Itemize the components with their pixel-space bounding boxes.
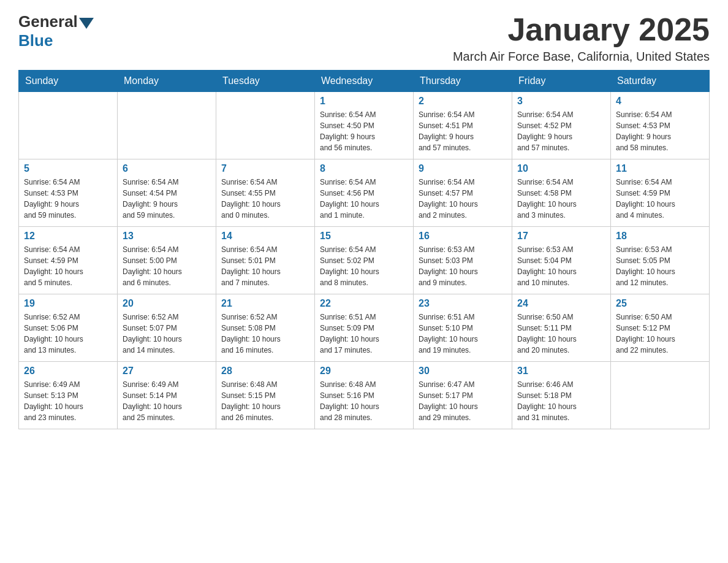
day-info: Sunrise: 6:49 AM Sunset: 5:14 PM Dayligh… [123, 379, 211, 423]
calendar-header-sunday: Sunday [19, 71, 118, 92]
calendar-cell: 24Sunrise: 6:50 AM Sunset: 5:11 PM Dayli… [512, 294, 611, 362]
calendar-header-friday: Friday [512, 71, 611, 92]
day-number: 27 [123, 366, 211, 377]
day-info: Sunrise: 6:54 AM Sunset: 4:51 PM Dayligh… [419, 109, 507, 153]
day-info: Sunrise: 6:49 AM Sunset: 5:13 PM Dayligh… [24, 379, 112, 423]
day-number: 31 [517, 366, 605, 377]
calendar-cell: 27Sunrise: 6:49 AM Sunset: 5:14 PM Dayli… [118, 362, 216, 429]
day-info: Sunrise: 6:54 AM Sunset: 4:59 PM Dayligh… [616, 177, 704, 221]
calendar-cell: 16Sunrise: 6:53 AM Sunset: 5:03 PM Dayli… [414, 227, 512, 294]
day-info: Sunrise: 6:52 AM Sunset: 5:08 PM Dayligh… [221, 312, 309, 356]
calendar-cell [611, 362, 710, 429]
calendar-cell: 1Sunrise: 6:54 AM Sunset: 4:50 PM Daylig… [315, 92, 414, 159]
day-number: 30 [419, 366, 507, 377]
day-info: Sunrise: 6:50 AM Sunset: 5:11 PM Dayligh… [517, 312, 605, 356]
calendar-cell [19, 92, 118, 159]
calendar-cell: 11Sunrise: 6:54 AM Sunset: 4:59 PM Dayli… [611, 159, 710, 227]
calendar-header-saturday: Saturday [611, 71, 710, 92]
day-number: 28 [221, 366, 309, 377]
calendar-cell: 7Sunrise: 6:54 AM Sunset: 4:55 PM Daylig… [216, 159, 315, 227]
calendar-cell: 8Sunrise: 6:54 AM Sunset: 4:56 PM Daylig… [315, 159, 414, 227]
calendar-week-1: 1Sunrise: 6:54 AM Sunset: 4:50 PM Daylig… [19, 92, 710, 159]
month-title: January 2025 [453, 12, 710, 47]
day-number: 2 [419, 96, 507, 107]
day-number: 13 [123, 231, 211, 242]
day-info: Sunrise: 6:54 AM Sunset: 4:57 PM Dayligh… [419, 177, 507, 221]
calendar-week-3: 12Sunrise: 6:54 AM Sunset: 4:59 PM Dayli… [19, 227, 710, 294]
day-number: 26 [24, 366, 112, 377]
calendar-cell: 31Sunrise: 6:46 AM Sunset: 5:18 PM Dayli… [512, 362, 611, 429]
day-info: Sunrise: 6:54 AM Sunset: 5:00 PM Dayligh… [123, 244, 211, 288]
calendar-cell: 14Sunrise: 6:54 AM Sunset: 5:01 PM Dayli… [216, 227, 315, 294]
day-number: 1 [320, 96, 408, 107]
page-header: General Blue January 2025 March Air Forc… [18, 12, 710, 64]
day-number: 15 [320, 231, 408, 242]
day-info: Sunrise: 6:54 AM Sunset: 5:02 PM Dayligh… [320, 244, 408, 288]
calendar-header-row: SundayMondayTuesdayWednesdayThursdayFrid… [19, 71, 710, 92]
day-info: Sunrise: 6:54 AM Sunset: 4:58 PM Dayligh… [517, 177, 605, 221]
calendar-cell: 3Sunrise: 6:54 AM Sunset: 4:52 PM Daylig… [512, 92, 611, 159]
calendar-cell: 26Sunrise: 6:49 AM Sunset: 5:13 PM Dayli… [19, 362, 118, 429]
calendar-header-monday: Monday [118, 71, 216, 92]
calendar-cell: 5Sunrise: 6:54 AM Sunset: 4:53 PM Daylig… [19, 159, 118, 227]
day-number: 14 [221, 231, 309, 242]
day-number: 3 [517, 96, 605, 107]
calendar-cell: 6Sunrise: 6:54 AM Sunset: 4:54 PM Daylig… [118, 159, 216, 227]
calendar-cell: 20Sunrise: 6:52 AM Sunset: 5:07 PM Dayli… [118, 294, 216, 362]
calendar-header-thursday: Thursday [414, 71, 512, 92]
logo-blue-text: Blue [18, 31, 53, 50]
logo-triangle-icon [79, 18, 94, 29]
location-text: March Air Force Base, California, United… [453, 50, 710, 64]
day-number: 11 [616, 163, 704, 174]
day-info: Sunrise: 6:48 AM Sunset: 5:15 PM Dayligh… [221, 379, 309, 423]
calendar-cell: 10Sunrise: 6:54 AM Sunset: 4:58 PM Dayli… [512, 159, 611, 227]
title-block: January 2025 March Air Force Base, Calif… [453, 12, 710, 64]
day-info: Sunrise: 6:54 AM Sunset: 4:55 PM Dayligh… [221, 177, 309, 221]
calendar-cell: 2Sunrise: 6:54 AM Sunset: 4:51 PM Daylig… [414, 92, 512, 159]
calendar-week-5: 26Sunrise: 6:49 AM Sunset: 5:13 PM Dayli… [19, 362, 710, 429]
logo-general-text: General [18, 12, 78, 31]
calendar-header-wednesday: Wednesday [315, 71, 414, 92]
calendar-cell: 29Sunrise: 6:48 AM Sunset: 5:16 PM Dayli… [315, 362, 414, 429]
calendar-week-2: 5Sunrise: 6:54 AM Sunset: 4:53 PM Daylig… [19, 159, 710, 227]
calendar-cell: 21Sunrise: 6:52 AM Sunset: 5:08 PM Dayli… [216, 294, 315, 362]
calendar-cell: 15Sunrise: 6:54 AM Sunset: 5:02 PM Dayli… [315, 227, 414, 294]
day-info: Sunrise: 6:52 AM Sunset: 5:07 PM Dayligh… [123, 312, 211, 356]
day-info: Sunrise: 6:51 AM Sunset: 5:10 PM Dayligh… [419, 312, 507, 356]
day-number: 4 [616, 96, 704, 107]
day-info: Sunrise: 6:47 AM Sunset: 5:17 PM Dayligh… [419, 379, 507, 423]
day-info: Sunrise: 6:54 AM Sunset: 4:50 PM Dayligh… [320, 109, 408, 153]
day-number: 21 [221, 298, 309, 309]
day-info: Sunrise: 6:46 AM Sunset: 5:18 PM Dayligh… [517, 379, 605, 423]
day-info: Sunrise: 6:54 AM Sunset: 4:54 PM Dayligh… [123, 177, 211, 221]
day-info: Sunrise: 6:53 AM Sunset: 5:05 PM Dayligh… [616, 244, 704, 288]
day-number: 16 [419, 231, 507, 242]
day-info: Sunrise: 6:48 AM Sunset: 5:16 PM Dayligh… [320, 379, 408, 423]
day-number: 29 [320, 366, 408, 377]
logo: General Blue [18, 12, 94, 50]
day-info: Sunrise: 6:51 AM Sunset: 5:09 PM Dayligh… [320, 312, 408, 356]
day-info: Sunrise: 6:52 AM Sunset: 5:06 PM Dayligh… [24, 312, 112, 356]
calendar-cell [118, 92, 216, 159]
calendar-cell: 30Sunrise: 6:47 AM Sunset: 5:17 PM Dayli… [414, 362, 512, 429]
day-info: Sunrise: 6:54 AM Sunset: 4:53 PM Dayligh… [616, 109, 704, 153]
calendar-cell: 28Sunrise: 6:48 AM Sunset: 5:15 PM Dayli… [216, 362, 315, 429]
calendar-cell: 22Sunrise: 6:51 AM Sunset: 5:09 PM Dayli… [315, 294, 414, 362]
day-info: Sunrise: 6:54 AM Sunset: 4:52 PM Dayligh… [517, 109, 605, 153]
day-info: Sunrise: 6:54 AM Sunset: 4:53 PM Dayligh… [24, 177, 112, 221]
calendar-cell [216, 92, 315, 159]
calendar-cell: 13Sunrise: 6:54 AM Sunset: 5:00 PM Dayli… [118, 227, 216, 294]
day-info: Sunrise: 6:54 AM Sunset: 4:56 PM Dayligh… [320, 177, 408, 221]
day-number: 20 [123, 298, 211, 309]
calendar-cell: 12Sunrise: 6:54 AM Sunset: 4:59 PM Dayli… [19, 227, 118, 294]
day-number: 9 [419, 163, 507, 174]
day-number: 12 [24, 231, 112, 242]
calendar-cell: 4Sunrise: 6:54 AM Sunset: 4:53 PM Daylig… [611, 92, 710, 159]
day-number: 7 [221, 163, 309, 174]
day-number: 17 [517, 231, 605, 242]
day-number: 19 [24, 298, 112, 309]
calendar-cell: 9Sunrise: 6:54 AM Sunset: 4:57 PM Daylig… [414, 159, 512, 227]
calendar-cell: 23Sunrise: 6:51 AM Sunset: 5:10 PM Dayli… [414, 294, 512, 362]
day-info: Sunrise: 6:53 AM Sunset: 5:04 PM Dayligh… [517, 244, 605, 288]
day-number: 5 [24, 163, 112, 174]
